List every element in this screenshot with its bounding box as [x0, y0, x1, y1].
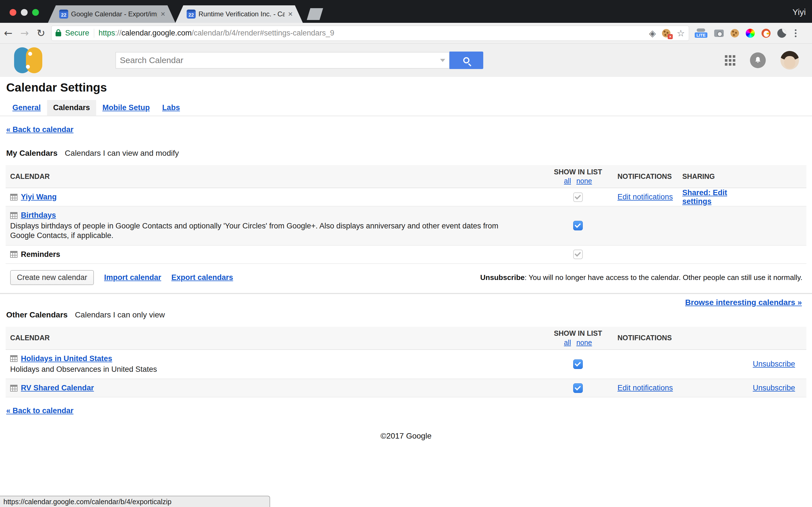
url-path: /calendar/b/4/render#settings-calendars_… [192, 29, 335, 37]
traffic-lights [10, 9, 39, 16]
google-apps-grid-icon[interactable] [725, 55, 735, 66]
zoom-window-button[interactable] [32, 9, 39, 16]
mini-calendar-icon [10, 212, 17, 219]
show-in-list-checkbox[interactable] [573, 249, 583, 259]
settings-page: Calendar Settings General Calendars Mobi… [0, 77, 812, 441]
chrome-profile-name[interactable]: Yiyi [793, 7, 806, 17]
show-all-link[interactable]: all [564, 177, 571, 185]
calendar-link[interactable]: RV Shared Calendar [21, 384, 94, 392]
table-row-birthdays: Birthdays Displays birthdays of people i… [6, 207, 806, 245]
calendar-description: Holidays and Observances in United State… [10, 365, 539, 374]
other-calendars-table: CALENDAR SHOW IN LIST all none NOTIFICAT… [6, 327, 806, 398]
table-row-rv-shared: RV Shared Calendar Edit notifications Un… [6, 379, 806, 397]
settings-nav-tabs: General Calendars Mobile Setup Labs [0, 100, 812, 116]
show-all-link[interactable]: all [564, 339, 571, 346]
url-separator: :// [115, 29, 121, 37]
copyright-footer: ©2017 Google [0, 432, 812, 441]
close-tab-icon[interactable]: × [288, 10, 293, 18]
sharing-settings-link[interactable]: Shared: Edit settings [682, 188, 753, 206]
show-in-list-checkbox[interactable] [573, 192, 583, 202]
calendar-favicon: 22 [187, 10, 196, 18]
tab-labs[interactable]: Labs [156, 100, 186, 115]
page-action-icon[interactable]: ◈ [649, 29, 656, 38]
section-divider [0, 293, 812, 294]
my-calendars-table: CALENDAR SHOW IN LIST all none NOTIFICAT… [6, 165, 806, 264]
col-sharing: SHARING [682, 172, 723, 180]
calendar-link[interactable]: Yiyi Wang [21, 193, 57, 202]
calendar-link[interactable]: Birthdays [21, 211, 56, 220]
search-button[interactable] [449, 52, 483, 69]
other-calendars-heading: Other Calendars Calendars I can only vie… [6, 311, 165, 320]
forward-icon[interactable]: → [16, 27, 33, 39]
cookie-blocker-icon[interactable] [662, 29, 670, 38]
calendar-description: Displays birthdays of people in Google C… [10, 221, 523, 240]
table-header-row: CALENDAR SHOW IN LIST all none NOTIFICAT… [6, 165, 806, 188]
import-calendar-link[interactable]: Import calendar [104, 273, 161, 282]
cookie-extension-icon[interactable] [730, 29, 739, 38]
calendar-favicon: 22 [59, 10, 68, 18]
edit-notifications-link[interactable]: Edit notifications [617, 193, 673, 201]
table-row-reminders: Reminders [6, 245, 806, 264]
security-chip[interactable]: Secure [56, 29, 94, 38]
close-window-button[interactable] [10, 9, 16, 16]
colorpicker-extension-icon[interactable] [746, 29, 755, 38]
my-calendars-heading: My Calendars Calendars I can view and mo… [6, 149, 812, 158]
mini-calendar-icon [10, 355, 17, 362]
lite-extension-icon[interactable]: LITE [695, 29, 707, 38]
tab-calendars[interactable]: Calendars [47, 100, 96, 115]
export-calendars-link[interactable]: Export calendars [171, 273, 233, 282]
table-row-holidays-us: Holidays in United States Holidays and O… [6, 350, 806, 379]
unsubscribe-link[interactable]: Unsubscribe [753, 360, 795, 368]
tab-mobile-setup[interactable]: Mobile Setup [96, 100, 156, 115]
calendar-name: Reminders [21, 250, 60, 259]
my-calendars-actions: Create new calendar Import calendar Expo… [10, 270, 806, 285]
close-tab-icon[interactable]: × [160, 10, 166, 18]
show-in-list-checkbox[interactable] [573, 359, 583, 369]
browser-tab-runtime-verification[interactable]: 22 Runtime Verification Inc. - Cale × [175, 5, 303, 23]
privacy-extension-icon[interactable] [777, 29, 786, 38]
calendar-link[interactable]: Holidays in United States [21, 354, 112, 363]
search-input[interactable] [120, 55, 437, 65]
mini-calendar-icon [10, 385, 17, 392]
search-options-caret-icon[interactable] [440, 59, 445, 62]
chrome-menu-icon[interactable] [795, 29, 797, 37]
back-to-calendar-link-bottom[interactable]: « Back to calendar [6, 406, 812, 415]
unsubscribe-link[interactable]: Unsubscribe [753, 384, 795, 392]
status-bar-url-preview: https://calendar.google.com/calendar/b/4… [0, 496, 270, 507]
col-notifications: NOTIFICATIONS [615, 334, 672, 342]
browser-toolbar: ← → ↻ Secure https://calendar.google.com… [0, 23, 812, 44]
show-none-link[interactable]: none [576, 339, 592, 346]
show-in-list-checkbox[interactable] [573, 383, 583, 393]
show-in-list-checkbox[interactable] [573, 221, 583, 230]
create-new-calendar-button[interactable]: Create new calendar [10, 270, 94, 285]
account-avatar[interactable] [780, 51, 799, 69]
search-icon [463, 57, 469, 63]
minimize-window-button[interactable] [21, 9, 28, 16]
mini-calendar-icon [10, 251, 17, 258]
back-to-calendar-link[interactable]: « Back to calendar [6, 125, 812, 134]
tab-general[interactable]: General [6, 100, 47, 115]
address-bar[interactable]: Secure https://calendar.google.com/calen… [51, 25, 689, 41]
back-icon[interactable]: ← [0, 27, 16, 39]
notifications-bell-icon[interactable] [750, 52, 766, 68]
browse-interesting-calendars-link[interactable]: Browse interesting calendars » [685, 298, 802, 307]
col-notifications: NOTIFICATIONS [615, 172, 672, 180]
google-calendar-logo [13, 47, 47, 73]
col-calendar: CALENDAR [6, 329, 541, 346]
unsubscribe-note: Unsubscribe: You will no longer have acc… [480, 273, 806, 282]
omnibox-divider [94, 29, 94, 38]
url-text: https://calendar.google.com/calendar/b/4… [99, 29, 646, 38]
browser-tab-google-calendar[interactable]: 22 Google Calendar - Export/impo × [48, 5, 175, 23]
reload-icon[interactable]: ↻ [33, 27, 49, 39]
url-scheme: https [99, 29, 115, 37]
edit-notifications-link[interactable]: Edit notifications [617, 384, 673, 392]
extensions-bar: LITE [695, 29, 802, 38]
screenshot-extension-icon[interactable] [714, 30, 724, 37]
col-show-in-list: SHOW IN LIST all none [554, 329, 602, 347]
show-none-link[interactable]: none [576, 177, 592, 185]
tab-strip: 22 Google Calendar - Export/impo × 22 Ru… [48, 5, 323, 23]
table-header-row: CALENDAR SHOW IN LIST all none NOTIFICAT… [6, 327, 806, 350]
duckduckgo-extension-icon[interactable] [762, 29, 770, 38]
new-tab-button[interactable] [307, 8, 323, 20]
bookmark-star-icon[interactable]: ☆ [677, 29, 685, 38]
